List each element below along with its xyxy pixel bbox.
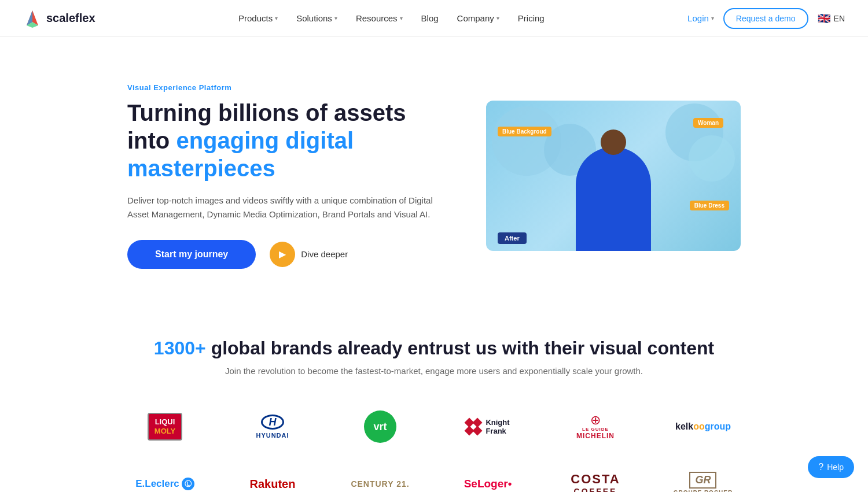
brand-groupe-rocher: GR GROUPE ROCHER [654, 464, 752, 492]
balloon-decoration [689, 135, 735, 182]
hero-illustration: Blue Backgroud Woman Blue Dress After [486, 101, 741, 251]
brand-seloger: SeLoger• [439, 464, 537, 492]
flag-icon: 🇬🇧 [818, 12, 830, 25]
request-demo-button[interactable]: Request a demo [723, 8, 808, 29]
brand-eclerc: E.Leclerc Ⓛ [116, 464, 214, 492]
brands-subtext: Join the revolution to become the fastes… [23, 366, 845, 376]
nav-solutions[interactable]: Solutions ▾ [296, 13, 337, 23]
chevron-down-icon: ▾ [334, 15, 337, 21]
image-tag-blue-dress: Blue Dress [690, 201, 729, 210]
brands-section: 1300+ global brands already entrust us w… [0, 303, 868, 492]
navbar: scaleflex Products ▾ Solutions ▾ Resourc… [0, 0, 868, 37]
nav-links: Products ▾ Solutions ▾ Resources ▾ Blog … [238, 13, 545, 23]
help-button[interactable]: ? Help [808, 456, 854, 478]
nav-blog[interactable]: Blog [421, 13, 439, 23]
image-tag-woman: Woman [693, 118, 723, 128]
play-icon: ▶ [270, 242, 295, 267]
brand-costa-coffee: COSTA COFFEE [546, 464, 645, 492]
hero-actions: Start my journey ▶ Dive deeper [127, 240, 451, 269]
brand-vrt: vrt [331, 404, 429, 450]
nav-resources[interactable]: Resources ▾ [356, 13, 403, 23]
person-head [601, 130, 626, 155]
chevron-down-icon: ▾ [275, 15, 278, 21]
nav-products[interactable]: Products ▾ [238, 13, 278, 23]
brands-grid: LIQUI MOLY H HYUNDAI vrt [116, 404, 752, 492]
logo-text: scaleflex [46, 12, 95, 25]
brand-rakuten: Rakuten [223, 464, 322, 492]
logo[interactable]: scaleflex [23, 9, 95, 28]
chevron-down-icon: ▾ [400, 15, 403, 21]
nav-company[interactable]: Company ▾ [457, 13, 499, 23]
chevron-down-icon: ▾ [711, 15, 714, 21]
hero-image: Blue Backgroud Woman Blue Dress After [486, 101, 741, 251]
language-selector[interactable]: 🇬🇧 EN [818, 12, 845, 25]
image-tag-after: After [498, 232, 527, 244]
dive-deeper-button[interactable]: ▶ Dive deeper [270, 242, 348, 267]
nav-pricing[interactable]: Pricing [518, 13, 545, 23]
login-button[interactable]: Login ▾ [687, 13, 714, 23]
chevron-down-icon: ▾ [496, 15, 499, 21]
start-journey-button[interactable]: Start my journey [127, 240, 256, 269]
hero-section: Visual Experience Platform Turning billi… [0, 37, 868, 303]
hero-content: Visual Experience Platform Turning billi… [127, 83, 451, 269]
image-tag-blue-background: Blue Backgroud [498, 127, 551, 136]
brand-century21: CENTURY 21. [331, 464, 429, 492]
brand-kelkoo: kelkoogroup [654, 406, 752, 447]
brand-hyundai: H HYUNDAI [223, 406, 322, 447]
hero-eyebrow: Visual Experience Platform [127, 83, 451, 92]
hero-title: Turning billions of assets into engaging… [127, 99, 451, 182]
brand-michelin: ⊕ LE GUIDE MICHELIN [546, 406, 645, 447]
brands-headline: 1300+ global brands already entrust us w… [23, 338, 845, 359]
brand-knight-frank: Knight Frank [439, 406, 537, 447]
brand-liqui-moly: LIQUI MOLY [116, 406, 214, 447]
person-body [576, 147, 651, 251]
help-icon: ? [818, 462, 823, 472]
person-silhouette [576, 135, 651, 251]
nav-right: Login ▾ Request a demo 🇬🇧 EN [687, 8, 845, 29]
hero-description: Deliver top-notch images and videos swif… [127, 194, 451, 221]
logo-icon [23, 9, 42, 28]
